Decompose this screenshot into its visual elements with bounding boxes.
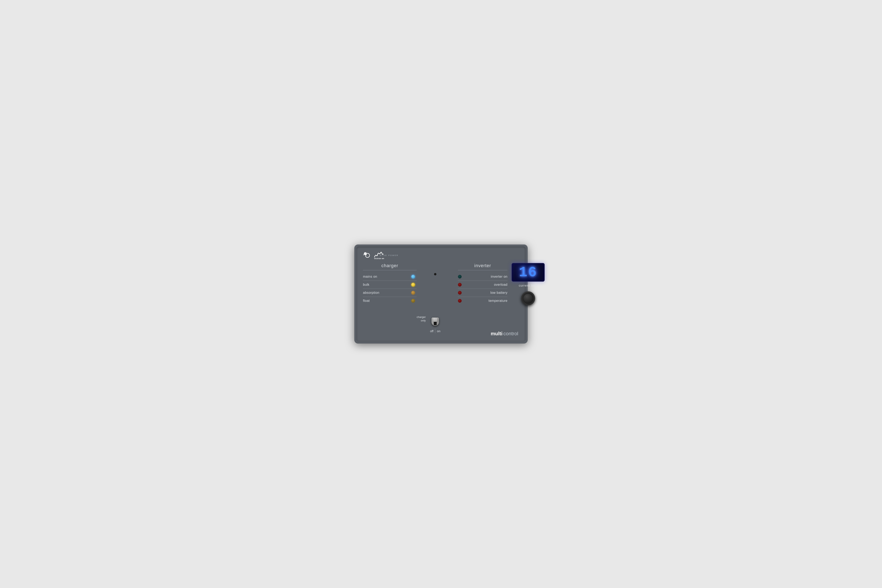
toggle-body[interactable] [432, 318, 439, 326]
display-label: current limit [519, 284, 538, 287]
charger-float-led [411, 299, 415, 303]
inverter-section: inverter inverter on overload low batter… [458, 263, 507, 338]
charger-mains-led [411, 275, 415, 279]
charger-section: charger mains on bulk absorption float [363, 263, 417, 338]
inverter-temp-row: temperature [458, 297, 507, 305]
charger-divider [363, 270, 417, 270]
charger-float-row: float [363, 297, 417, 305]
brand-product-control: control [503, 331, 518, 336]
small-status-led [434, 273, 436, 275]
svg-text:victron energy: victron energy [374, 257, 384, 260]
charger-bulk-label: bulk [363, 283, 369, 286]
inverter-overload-label: overload [494, 283, 507, 286]
inverter-temp-led [458, 299, 462, 303]
inverter-divider [458, 270, 507, 270]
switch-on-label: on [437, 329, 440, 333]
switch-off-label: off [430, 329, 434, 333]
victron-logo-icon [363, 252, 372, 259]
brand-text-area: BLUE POWER [380, 254, 399, 256]
inverter-on-label: inverter on [491, 275, 507, 279]
inverter-on-led [458, 275, 462, 279]
device-panel: victron energy BLUE POWER charger mains … [354, 244, 528, 344]
switch-divider-line [435, 328, 435, 333]
charger-absorption-row: absorption [363, 289, 417, 297]
current-limit-display: 16 [512, 263, 544, 282]
knob-center [523, 293, 534, 304]
display-section: 16 current limit [507, 263, 544, 338]
charger-bulk-row: bulk [363, 281, 417, 289]
inverter-title: inverter [458, 263, 507, 268]
charger-bulk-led [411, 283, 415, 286]
brand-product-multi: multi [491, 331, 502, 336]
charger-title: charger [363, 263, 417, 268]
current-limit-knob[interactable] [521, 291, 535, 305]
brand-area: victron energy BLUE POWER [363, 252, 519, 260]
inverter-lowbatt-row: low battery [458, 289, 507, 297]
brand-bottom: multi control [491, 331, 518, 336]
inverter-temp-label: temperature [489, 299, 507, 303]
brand-tagline: BLUE POWER [380, 254, 399, 256]
middle-section: chargeronly off [417, 263, 454, 338]
panel-face: victron energy BLUE POWER charger mains … [356, 246, 526, 342]
inverter-overload-row: overload [458, 281, 507, 289]
display-value: 16 [519, 264, 537, 280]
inverter-lowbatt-label: low battery [490, 291, 507, 295]
charger-mains-row: mains on [363, 273, 417, 281]
main-content: charger mains on bulk absorption float [363, 263, 519, 338]
charger-float-label: float [363, 299, 370, 303]
inverter-lowbatt-led [458, 291, 462, 295]
charger-absorption-led [411, 291, 415, 295]
charger-absorption-label: absorption [363, 291, 380, 295]
inverter-overload-led [458, 283, 462, 286]
toggle-switch-container[interactable]: off on [430, 315, 440, 333]
charger-only-label: chargeronly [417, 315, 426, 322]
charger-mains-label: mains on [363, 275, 377, 279]
toggle-socket [434, 322, 436, 325]
inverter-on-row: inverter on [458, 273, 507, 281]
